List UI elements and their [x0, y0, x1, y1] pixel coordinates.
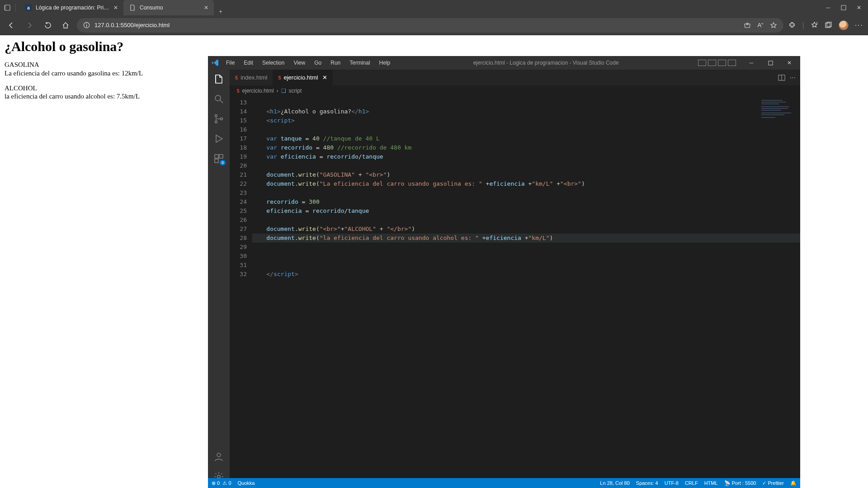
- extensions-icon[interactable]: [788, 21, 796, 29]
- chevron-icon: ›: [277, 88, 278, 94]
- code-content[interactable]: <h1>¿Alcohol o gasolina?</h1> <script> v…: [252, 96, 800, 488]
- favorites-hub-icon[interactable]: +: [811, 21, 818, 29]
- status-ln-col[interactable]: Ln 28, Col 80: [600, 480, 629, 486]
- svg-rect-10: [769, 61, 773, 65]
- tab-title: Consumo: [140, 5, 200, 11]
- browser-tabs: a Lógica de programación: Primer ✕ Consu…: [19, 0, 227, 15]
- vscode-close-icon[interactable]: ✕: [781, 56, 797, 70]
- editor-tab-index[interactable]: 5 index.html: [230, 70, 273, 85]
- browser-titlebar: a Lógica de programación: Primer ✕ Consu…: [0, 0, 868, 15]
- svg-rect-16: [219, 155, 223, 158]
- svg-point-13: [215, 121, 217, 123]
- tab-label: ejercicio.html: [284, 74, 318, 81]
- favorite-icon[interactable]: [770, 22, 777, 29]
- more-icon[interactable]: ···: [855, 21, 863, 29]
- vscode-window: File Edit Selection View Go Run Terminal…: [208, 56, 800, 488]
- svg-rect-4: [86, 25, 87, 27]
- layout-icons[interactable]: [698, 60, 736, 66]
- menu-selection[interactable]: Selection: [259, 58, 288, 68]
- refresh-icon[interactable]: [41, 19, 54, 32]
- vscode-window-title: ejercicio.html - Logica de programacion …: [394, 60, 698, 66]
- url-text: 127.0.0.1:5500/ejercicio.html: [94, 22, 170, 28]
- page-heading: ¿Alcohol o gasolina?: [5, 39, 863, 54]
- run-debug-icon[interactable]: [213, 133, 225, 145]
- line-gutter: 1314151617181920212223242526272829303132: [230, 96, 252, 488]
- status-prettier[interactable]: ✓ Prettier: [762, 480, 784, 486]
- svg-rect-15: [215, 155, 218, 158]
- svg-rect-5: [86, 23, 87, 24]
- breadcrumb[interactable]: 5 ejercicio.html › ❏ script: [230, 85, 800, 96]
- svg-rect-17: [215, 159, 218, 163]
- menu-help[interactable]: Help: [376, 58, 394, 68]
- forward-icon: [23, 19, 36, 32]
- activity-bar: 8: [208, 70, 230, 488]
- collections-icon[interactable]: [825, 21, 832, 29]
- browser-tab-alura[interactable]: a Lógica de programación: Primer ✕: [19, 0, 123, 15]
- status-port[interactable]: 📡 Port : 5500: [724, 480, 756, 486]
- more-actions-icon[interactable]: ···: [790, 74, 796, 82]
- editor-tab-ejercicio[interactable]: 5 ejercicio.html ✕: [273, 70, 333, 85]
- split-editor-icon[interactable]: [778, 74, 785, 81]
- svg-point-11: [215, 95, 221, 101]
- status-spaces[interactable]: Spaces: 4: [636, 480, 658, 486]
- status-bar: ⊗ 0 ⚠ 0 Quokka Ln 28, Col 80 Spaces: 4 U…: [208, 478, 800, 488]
- svg-text:+: +: [816, 21, 818, 24]
- svg-point-14: [221, 118, 223, 120]
- document-icon: [129, 4, 136, 11]
- tab-actions-icon[interactable]: [4, 4, 11, 11]
- svg-point-12: [215, 115, 217, 117]
- menu-edit[interactable]: Edit: [240, 58, 257, 68]
- vscode-maximize-icon[interactable]: [762, 56, 778, 70]
- account-icon[interactable]: [213, 451, 225, 463]
- profile-avatar[interactable]: [839, 20, 849, 30]
- shopping-icon[interactable]: [744, 22, 751, 29]
- status-notify-icon[interactable]: 🔔: [790, 480, 797, 486]
- close-icon[interactable]: ✕: [322, 74, 327, 81]
- status-quokka[interactable]: Quokka: [238, 480, 255, 486]
- status-lang[interactable]: HTML: [704, 480, 718, 486]
- extensions-icon[interactable]: 8: [213, 153, 225, 164]
- status-enc[interactable]: UTF-8: [665, 480, 679, 486]
- close-icon[interactable]: ✕: [113, 5, 118, 11]
- close-icon[interactable]: ✕: [204, 5, 208, 11]
- html5-icon: 5: [278, 75, 281, 80]
- vscode-logo-icon: [208, 59, 222, 66]
- back-icon[interactable]: [5, 19, 18, 32]
- html5-icon: 5: [235, 75, 238, 80]
- menu-go[interactable]: Go: [311, 58, 325, 68]
- status-problems[interactable]: ⊗ 0 ⚠ 0: [212, 480, 231, 486]
- html5-icon: 5: [237, 89, 240, 94]
- home-icon[interactable]: [59, 19, 72, 32]
- explorer-icon[interactable]: [213, 73, 225, 85]
- vscode-menu: File Edit Selection View Go Run Terminal…: [222, 58, 394, 68]
- svg-rect-1: [5, 5, 6, 10]
- tab-label: index.html: [241, 74, 267, 81]
- breadcrumb-file: ejercicio.html: [242, 88, 274, 94]
- window-close-icon[interactable]: ✕: [855, 4, 863, 11]
- site-info-icon[interactable]: [83, 22, 90, 28]
- svg-rect-2: [841, 5, 846, 10]
- svg-point-18: [217, 453, 221, 457]
- breadcrumb-symbol: script: [289, 88, 302, 94]
- site-icon: a: [25, 4, 32, 11]
- code-editor[interactable]: 1314151617181920212223242526272829303132…: [230, 96, 800, 488]
- search-icon[interactable]: [213, 93, 225, 105]
- source-control-icon[interactable]: [213, 113, 225, 125]
- symbol-icon: ❏: [281, 88, 286, 94]
- browser-tab-consumo[interactable]: Consumo ✕: [123, 0, 214, 15]
- window-maximize-icon[interactable]: [840, 4, 847, 11]
- vscode-titlebar[interactable]: File Edit Selection View Go Run Terminal…: [208, 56, 800, 70]
- menu-file[interactable]: File: [222, 58, 238, 68]
- status-eol[interactable]: CRLF: [685, 480, 698, 486]
- menu-run[interactable]: Run: [327, 58, 344, 68]
- new-tab-button[interactable]: ＋: [214, 8, 227, 15]
- vscode-minimize-icon[interactable]: ─: [743, 56, 760, 70]
- editor-tabbar: 5 index.html 5 ejercicio.html ✕ ···: [230, 70, 800, 85]
- minimap[interactable]: [759, 98, 799, 130]
- window-minimize-icon[interactable]: ─: [825, 4, 832, 11]
- menu-terminal[interactable]: Terminal: [346, 58, 373, 68]
- address-bar[interactable]: 127.0.0.1:5500/ejercicio.html A»: [77, 18, 783, 33]
- tab-title: Lógica de programación: Primer: [36, 5, 110, 11]
- menu-view[interactable]: View: [290, 58, 309, 68]
- read-aloud-icon[interactable]: A»: [757, 22, 763, 29]
